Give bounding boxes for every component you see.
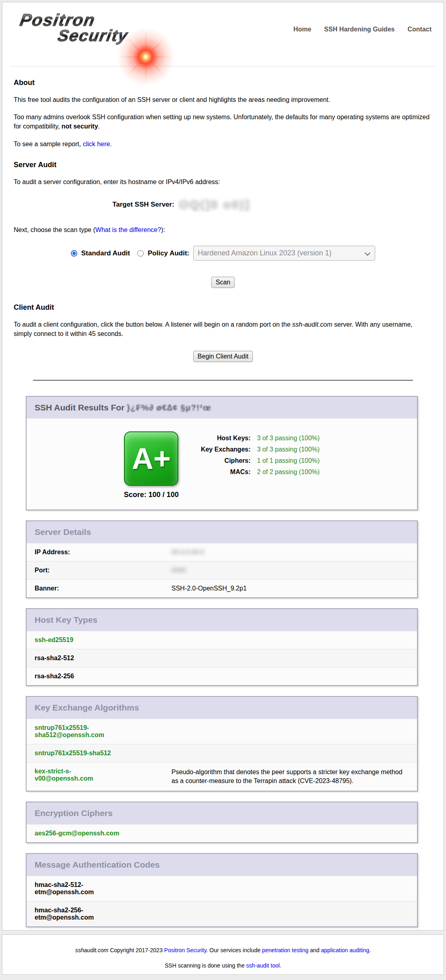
kex-strict-note: Pseudo-algorithm that denotes the peer s… [171,768,409,786]
footer-ssh-audit-tool-link[interactable]: ssh-audit tool [246,962,280,969]
server-details-box: Server Details IP Address: ##.#.#-##.# P… [26,520,418,598]
score-label: Score: 100 / 100 [124,491,179,499]
stat-value-host-keys: 3 of 3 passing (100%) [257,435,320,442]
cipher-aes256-gcm: aes256-gcm@openssh.com [35,830,119,837]
site-footer: sshaudit.com Copyright 2017-2023 Positro… [2,934,444,975]
host-key-types-heading: Host Key Types [27,609,417,631]
main-panel: Positron Security Home SSH Hardening Gui… [2,2,444,930]
banner-value: SSH-2.0-OpenSSH_9.2p1 [171,585,409,592]
main-nav: Home SSH Hardening Guides Contact [293,26,432,33]
table-row: sntrup761x25519-sha512 [27,744,417,762]
stat-label-host-keys: Host Keys: [201,435,251,442]
about-heading: About [14,79,432,87]
table-row: ssh-ed25519 [27,631,417,649]
footer-application-auditing-link[interactable]: application auditing [321,947,369,953]
ssh-audit-results-box: SSH Audit Results For }¿₣%∂ ø€∆¢ §µ?!²œ … [26,396,418,510]
footer-penetration-testing-link[interactable]: penetration testing [262,947,308,953]
results-box-heading: SSH Audit Results For }¿₣%∂ ø€∆¢ §µ?!²œ [27,397,417,419]
footer-line2: SSH scanning is done using the ssh-audit… [2,961,444,970]
policy-select-value: Hardened Amazon Linux 2023 (version 1) [198,249,331,257]
table-row: rsa-sha2-512 [27,649,417,667]
redacted-hostname: }¿₣%∂ ø€∆¢ §µ?!²œ [127,403,211,412]
footer-line1: sshaudit.com Copyright 2017-2023 Positro… [2,946,444,954]
mac-hmac-sha2-512-etm: hmac-sha2-512-etm@openssh.com [35,881,120,896]
nav-ssh-hardening-guides[interactable]: SSH Hardening Guides [324,26,394,33]
encryption-ciphers-heading: Encryption Ciphers [27,802,417,824]
begin-client-audit-button[interactable]: Begin Client Audit [193,351,253,362]
ip-address-label: IP Address: [35,549,171,556]
server-audit-intro: To audit a server configuration, enter i… [14,177,432,186]
footer-positron-security-link[interactable]: Positron Security [164,947,206,953]
scan-type-difference-link[interactable]: What is the difference? [95,226,161,233]
footer-sshaudit-com: sshaudit.com [75,947,108,953]
host-key-rsa-sha2-512: rsa-sha2-512 [35,655,74,662]
about-p2: Too many admins overlook SSH configurati… [14,112,432,131]
kex-sntrup761x25519-sha512: sntrup761x25519-sha512 [35,750,111,757]
table-row: kex-strict-s-v00@openssh.com Pseudo-algo… [27,762,417,791]
client-audit-heading: Client Audit [14,303,432,312]
scan-type-text: Next, choose the scan type (What is the … [14,225,432,234]
macs-box: Message Authentication Codes hmac-sha2-5… [26,853,418,927]
server-audit-heading: Server Audit [14,161,432,169]
key-exchange-heading: Key Exchange Algorithms [27,697,417,719]
stat-value-ciphers: 1 of 1 passing (100%) [257,457,320,464]
table-row: rsa-sha2-256 [27,667,417,685]
host-key-types-box: Host Key Types ssh-ed25519 rsa-sha2-512 … [26,608,418,686]
results-stats: Host Keys: 3 of 3 passing (100%) Key Exc… [201,435,320,499]
table-row: hmac-sha2-512-etm@openssh.com [27,876,417,901]
server-details-heading: Server Details [27,521,417,543]
grade-badge: A+ [124,431,178,486]
table-row: hmac-sha2-256-etm@openssh.com [27,901,417,926]
stat-label-macs: MACs: [201,468,251,476]
encryption-ciphers-box: Encryption Ciphers aes256-gcm@openssh.co… [26,802,418,843]
logo-text-line2: Security [56,27,130,45]
policy-audit-label: Policy Audit: [148,249,189,257]
kex-strict-s-v00: kex-strict-s-v00@openssh.com [35,768,120,782]
host-key-ssh-ed25519: ssh-ed25519 [35,636,73,644]
key-exchange-box: Key Exchange Algorithms sntrup761x25519-… [26,696,418,792]
banner-label: Banner: [35,585,171,592]
standard-audit-label: Standard Audit [81,249,130,257]
nav-home[interactable]: Home [293,26,311,33]
table-row: sntrup761x25519-sha512@openssh.com [27,719,417,744]
stat-label-ciphers: Ciphers: [201,457,251,464]
redacted-target-value: OQ(]0 o0)] [179,198,250,211]
ssh-audit-com-italic: ssh-audit.com [292,321,332,328]
redacted-ip-address: ##.#.#-##.# [171,549,204,555]
standard-audit-radio[interactable] [71,250,77,257]
header-divider [10,66,436,66]
site-header: Positron Security Home SSH Hardening Gui… [2,2,444,63]
not-security-emphasis: not security [62,123,98,130]
scan-button[interactable]: Scan [211,277,235,288]
policy-select[interactable]: Hardened Amazon Linux 2023 (version 1) [193,246,375,261]
table-row: Port: #### [27,561,417,579]
table-row: Banner: SSH-2.0-OpenSSH_9.2p1 [27,579,417,597]
macs-heading: Message Authentication Codes [27,854,417,876]
table-row: IP Address: ##.#.#-##.# [27,543,417,561]
target-ssh-server-input[interactable]: OQ(]0 o0)] [178,197,334,212]
table-row: aes256-gcm@openssh.com [27,824,417,842]
nav-contact[interactable]: Contact [407,26,432,33]
about-p1: This free tool audits the configuration … [14,95,432,104]
port-label: Port: [35,567,171,574]
kex-sntrup761x25519-sha512-openssh: sntrup761x25519-sha512@openssh.com [35,724,120,739]
results-divider [33,380,413,381]
redacted-port: #### [171,567,186,574]
target-ssh-server-label: Target SSH Server: [112,201,174,209]
mac-hmac-sha2-256-etm: hmac-sha2-256-etm@openssh.com [35,907,120,921]
client-audit-intro: To audit a client configuration, click t… [14,320,432,338]
sample-report-link[interactable]: click here [83,141,110,147]
stat-label-key-exchanges: Key Exchanges: [201,446,251,453]
stat-value-key-exchanges: 3 of 3 passing (100%) [257,446,320,453]
policy-audit-radio[interactable] [137,250,144,257]
about-p3: To see a sample report, click here. [14,139,432,149]
positron-security-logo[interactable]: Positron Security [13,10,182,63]
stat-value-macs: 2 of 2 passing (100%) [257,468,320,476]
host-key-rsa-sha2-256: rsa-sha2-256 [35,673,74,680]
